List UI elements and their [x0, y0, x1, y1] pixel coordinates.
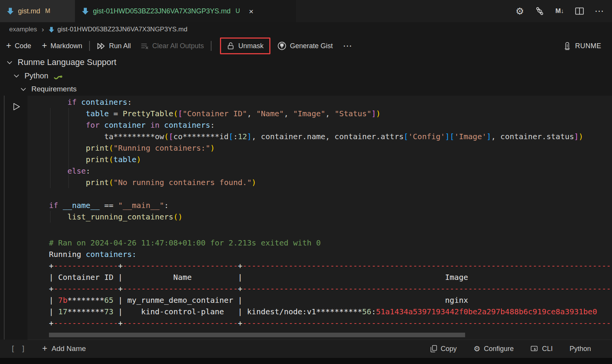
- add-name-button[interactable]: + Add Name: [42, 344, 86, 353]
- code-line: | 17********73 | kind-control-plane | ki…: [49, 306, 612, 317]
- add-code-cell-button[interactable]: + Code: [6, 42, 31, 50]
- code-token: +: [49, 284, 54, 293]
- code-token: (: [109, 155, 114, 164]
- heading-runme-language-support[interactable]: Runme Language Support: [7, 57, 116, 67]
- code-token: __name__: [63, 201, 99, 210]
- code-token: table: [114, 155, 137, 164]
- code-token: ,: [247, 109, 256, 118]
- code-line: print("No running containers found."): [49, 177, 583, 188]
- heading-python[interactable]: Python: [14, 72, 63, 80]
- code-token: |: [49, 307, 58, 316]
- code-token: | Container ID | Name | Image: [49, 273, 468, 282]
- markdown-preview-icon[interactable]: M↓: [555, 6, 565, 16]
- code-token: "Image": [293, 109, 325, 118]
- code-token: containers: [164, 120, 210, 130]
- execution-order-placeholder: [ ]: [11, 344, 26, 353]
- code-token: , container.status: [491, 132, 574, 141]
- runme-file-icon: [49, 26, 54, 33]
- runme-brand-button[interactable]: RUNME: [563, 37, 602, 55]
- code-token: +: [238, 261, 243, 270]
- tab-gist-notebook[interactable]: gist-01HWD053BZ23JN6VA7X3NGP3YS.md U ×: [75, 0, 296, 22]
- code-token: 'Config': [408, 132, 445, 141]
- chevron-down-icon: [14, 74, 19, 78]
- code-token: =: [109, 109, 123, 118]
- unmask-button[interactable]: Unmask: [220, 37, 270, 54]
- cell-more-actions-icon[interactable]: ⋯: [343, 41, 352, 51]
- code-token: -------------------------: [123, 318, 238, 328]
- code-token: "No running containers found.": [114, 178, 252, 187]
- code-token: "__main__": [118, 201, 164, 210]
- cell-status-bar: [ ] + Add Name Copy ⚙ Configure: [0, 340, 612, 358]
- code-token: [: [229, 132, 233, 141]
- plus-icon: +: [42, 344, 47, 353]
- configure-button[interactable]: ⚙ Configure: [474, 345, 514, 353]
- code-token: ): [210, 143, 215, 153]
- code-token: [49, 155, 86, 164]
- code-token: --------------: [54, 261, 118, 270]
- breadcrumb-file[interactable]: gist-01HWD053BZ23JN6VA7X3NGP3YS.md: [57, 26, 187, 33]
- code-token: 12: [238, 132, 247, 141]
- code-token: ]: [247, 132, 252, 141]
- code-token: if: [49, 201, 58, 210]
- close-tab-icon[interactable]: ×: [249, 7, 253, 15]
- chevron-down-icon: [21, 88, 26, 91]
- code-token: containers:: [86, 250, 136, 259]
- runme-file-icon: [7, 7, 14, 15]
- code-line: | Container ID | Name | Image: [49, 271, 612, 283]
- code-token: ): [579, 132, 583, 141]
- code-token: ********: [67, 307, 104, 316]
- code-token: 56: [362, 307, 371, 316]
- code-editor[interactable]: if containers: table = PrettyTable(["Con…: [49, 96, 583, 223]
- copy-button[interactable]: Copy: [430, 345, 457, 353]
- code-token: --------------: [54, 318, 118, 328]
- generate-gist-button[interactable]: Generate Gist: [277, 41, 333, 50]
- chevron-down-icon: [7, 61, 12, 64]
- cell-language-indicator[interactable]: Python: [570, 345, 591, 353]
- code-token: [49, 98, 67, 107]
- code-line: | 7b********65 | my_runme_demo_container…: [49, 294, 612, 306]
- clear-outputs-icon: [141, 42, 149, 50]
- settings-gear-icon[interactable]: ⚙: [515, 6, 525, 16]
- source-control-icon[interactable]: [535, 6, 545, 16]
- unlock-icon: [227, 42, 234, 50]
- code-token: :: [127, 98, 132, 107]
- code-token: 51a1434a5397193442f0be2a297b488b6c919ce8…: [376, 307, 597, 316]
- code-token: PrettyTable: [123, 109, 173, 118]
- code-token: ]: [574, 132, 579, 141]
- split-editor-icon[interactable]: [575, 6, 584, 16]
- code-token: ]: [371, 109, 376, 118]
- clear-all-outputs-button[interactable]: Clear All Outputs: [141, 42, 204, 50]
- snake-emoji-icon: [54, 73, 63, 80]
- code-token: (: [173, 109, 178, 118]
- code-token: [: [450, 132, 454, 141]
- code-token: ==: [99, 201, 118, 210]
- code-token: , container.name, container.attrs: [252, 132, 404, 141]
- breadcrumb-folder[interactable]: examples: [9, 26, 37, 33]
- code-token: container: [104, 120, 146, 130]
- tab-gist-md[interactable]: gist.md M: [0, 0, 75, 22]
- cli-button[interactable]: CLI: [531, 345, 553, 353]
- add-markdown-cell-button[interactable]: + Markdown: [42, 42, 82, 50]
- code-token: (: [109, 178, 114, 187]
- code-token: Running: [49, 250, 86, 259]
- code-token: co********id: [173, 132, 229, 141]
- code-token: ): [137, 155, 141, 164]
- run-all-button[interactable]: Run All: [97, 42, 131, 50]
- code-token: :: [86, 166, 90, 176]
- code-token: -------------------------: [123, 261, 238, 270]
- code-token: else: [67, 166, 86, 176]
- more-actions-icon[interactable]: ⋯: [594, 6, 604, 16]
- code-token: ]: [487, 132, 491, 141]
- code-token: "Running containers:": [114, 143, 210, 153]
- code-token: ta*********ow: [49, 132, 164, 141]
- run-cell-button[interactable]: [11, 102, 21, 112]
- code-token: # Ran on 2024-04-26 11:47:08+01:00 for 2…: [49, 238, 321, 247]
- code-token: if: [67, 98, 76, 107]
- code-line: +--------------+------------------------…: [49, 317, 612, 329]
- heading-requirements[interactable]: Requirements: [21, 85, 76, 93]
- code-line: [49, 188, 583, 200]
- code-line: print("Running containers:"): [49, 142, 583, 154]
- code-token: list_running_containers: [67, 212, 173, 221]
- horizontal-scrollbar[interactable]: [49, 333, 465, 337]
- runme-file-icon: [82, 7, 89, 15]
